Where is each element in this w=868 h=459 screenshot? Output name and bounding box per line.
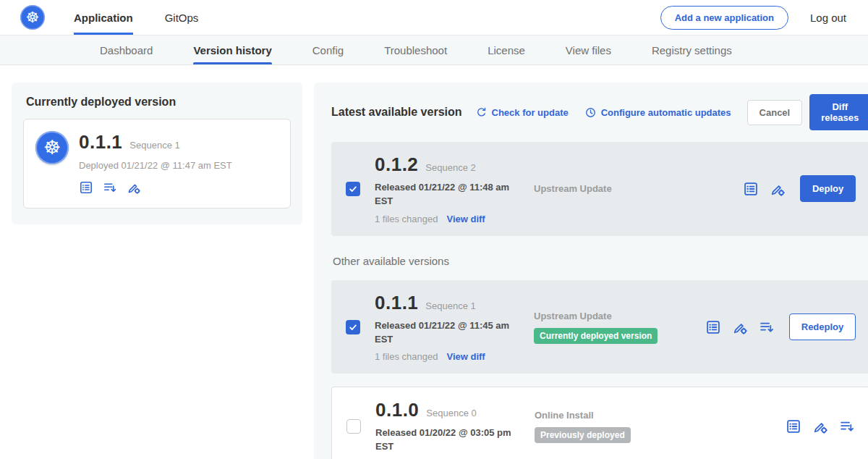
files-changed-label: 1 files changed <box>375 214 438 224</box>
version-source: Upstream Update Currently deployed versi… <box>534 311 675 344</box>
deploy-logs-icon[interactable] <box>759 319 775 335</box>
sequence-label: Sequence 1 <box>425 300 475 311</box>
app-kubernetes-icon: ☸ <box>35 131 69 164</box>
clock-icon <box>584 106 597 119</box>
nav-tab-application[interactable]: Application <box>74 0 133 35</box>
refresh-icon <box>475 106 488 119</box>
other-available-versions-title: Other available versions <box>333 255 868 267</box>
subnav-label-config: Config <box>312 44 344 56</box>
version-number: 0.1.2 <box>375 153 418 176</box>
deploy-logs-icon[interactable] <box>103 180 117 195</box>
deploy-button[interactable]: Deploy <box>800 175 856 202</box>
version-info: 0.1.2 Sequence 2 Released 01/21/22 @ 11:… <box>375 153 514 224</box>
version-row-icons <box>743 181 786 197</box>
release-notes-icon[interactable] <box>705 319 721 335</box>
subnav-item-version-history[interactable]: Version history <box>193 35 271 64</box>
checkmark-icon <box>348 184 358 194</box>
sequence-label: Sequence 2 <box>425 162 475 173</box>
version-row-0-1-2: 0.1.2 Sequence 2 Released 01/21/22 @ 11:… <box>331 142 868 236</box>
logout-link[interactable]: Log out <box>810 12 846 24</box>
version-number: 0.1.0 <box>375 399 419 421</box>
subnav-label-registry-settings: Registry settings <box>652 44 732 56</box>
version-source-label: Upstream Update <box>534 311 612 321</box>
latest-version-header: Latest available version Check for updat… <box>331 94 868 130</box>
row-spacer <box>331 374 868 387</box>
version-source-label: Online Install <box>535 410 594 421</box>
add-new-application-button[interactable]: Add a new application <box>660 6 788 30</box>
check-for-update-label: Check for update <box>492 107 569 118</box>
config-edit-icon[interactable] <box>732 319 748 335</box>
subnav-label-troubleshoot: Troubleshoot <box>384 44 447 56</box>
config-edit-icon[interactable] <box>812 418 828 434</box>
version-checkbox-0-1-0[interactable] <box>346 419 361 434</box>
currently-deployed-panel: Currently deployed version ☸ 0.1.1 Seque… <box>12 83 302 224</box>
diff-releases-button[interactable]: Diff releases <box>809 94 868 130</box>
view-diff-link[interactable]: View diff <box>446 351 485 362</box>
nav-tab-gitops-label: GitOps <box>165 12 199 24</box>
app-subnav: Dashboard Version history Config Trouble… <box>0 35 868 65</box>
config-edit-icon[interactable] <box>770 181 786 197</box>
check-for-update-link[interactable]: Check for update <box>475 106 569 119</box>
version-number: 0.1.1 <box>375 292 418 314</box>
app-nav-tabs: Application GitOps <box>74 0 230 35</box>
version-row-icons <box>705 319 775 335</box>
version-source: Online Install Previously deployed <box>535 410 676 443</box>
config-edit-icon[interactable] <box>127 180 141 195</box>
released-timestamp: Released 01/21/22 @ 11:48 am EST <box>375 181 514 209</box>
version-checkbox-0-1-1[interactable] <box>346 320 360 334</box>
latest-version-title: Latest available version <box>331 106 462 119</box>
currently-deployed-badge: Currently deployed version <box>534 328 658 344</box>
deployed-sequence-label: Sequence 1 <box>129 140 179 151</box>
previously-deployed-badge: Previously deployed <box>535 427 631 443</box>
release-notes-icon[interactable] <box>79 180 93 195</box>
version-row-0-1-1: 0.1.1 Sequence 1 Released 01/21/22 @ 11:… <box>331 280 868 374</box>
version-source-label: Upstream Update <box>534 183 612 194</box>
main-content: Currently deployed version ☸ 0.1.1 Seque… <box>0 65 868 459</box>
deploy-logs-icon[interactable] <box>839 418 855 434</box>
subnav-label-version-history: Version history <box>193 44 271 56</box>
sequence-label: Sequence 0 <box>426 408 476 418</box>
kubernetes-logo-icon[interactable]: ☸ <box>20 5 45 30</box>
configure-automatic-updates-link[interactable]: Configure automatic updates <box>584 106 731 119</box>
released-timestamp: Released 01/21/22 @ 11:45 am EST <box>375 319 514 347</box>
deployed-version-number: 0.1.1 <box>79 131 122 153</box>
files-changed-label: 1 files changed <box>375 351 438 362</box>
nav-tab-application-label: Application <box>74 12 133 24</box>
version-info: 0.1.1 Sequence 1 Released 01/21/22 @ 11:… <box>375 292 514 363</box>
subnav-item-registry-settings[interactable]: Registry settings <box>652 35 732 64</box>
release-notes-icon[interactable] <box>743 181 759 197</box>
deployed-timestamp: Deployed 01/21/22 @ 11:47 am EST <box>79 160 232 171</box>
subnav-item-license[interactable]: License <box>488 35 525 64</box>
redeploy-button[interactable]: Redeploy <box>789 313 856 340</box>
subnav-label-view-files: View files <box>566 44 611 56</box>
checkmark-icon <box>348 322 358 332</box>
subnav-item-config[interactable]: Config <box>312 35 344 64</box>
release-notes-icon[interactable] <box>786 418 801 434</box>
cancel-diff-button[interactable]: Cancel <box>747 100 803 125</box>
deployed-version-card: ☸ 0.1.1 Sequence 1 Deployed 01/21/22 @ 1… <box>23 119 291 209</box>
top-navbar: ☸ Application GitOps Add a new applicati… <box>0 0 868 35</box>
subnav-label-dashboard: Dashboard <box>100 44 153 56</box>
view-diff-link[interactable]: View diff <box>446 214 485 224</box>
subnav-item-view-files[interactable]: View files <box>566 35 611 64</box>
currently-deployed-title: Currently deployed version <box>26 96 291 109</box>
nav-tab-gitops[interactable]: GitOps <box>165 0 199 35</box>
version-source: Upstream Update <box>534 183 675 194</box>
deployed-version-details: 0.1.1 Sequence 1 Deployed 01/21/22 @ 11:… <box>79 131 232 195</box>
available-versions-panel: Latest available version Check for updat… <box>314 83 868 459</box>
subnav-item-dashboard[interactable]: Dashboard <box>100 35 153 64</box>
version-row-icons <box>786 418 855 434</box>
subnav-item-troubleshoot[interactable]: Troubleshoot <box>384 35 447 64</box>
released-timestamp: Released 01/20/22 @ 03:05 pm EST <box>375 426 514 454</box>
version-row-0-1-0: 0.1.0 Sequence 0 Released 01/20/22 @ 03:… <box>331 387 868 459</box>
configure-automatic-updates-label: Configure automatic updates <box>601 107 731 118</box>
version-checkbox-0-1-2[interactable] <box>346 182 360 196</box>
version-info: 0.1.0 Sequence 0 Released 01/20/22 @ 03:… <box>375 399 514 454</box>
subnav-label-license: License <box>488 44 525 56</box>
